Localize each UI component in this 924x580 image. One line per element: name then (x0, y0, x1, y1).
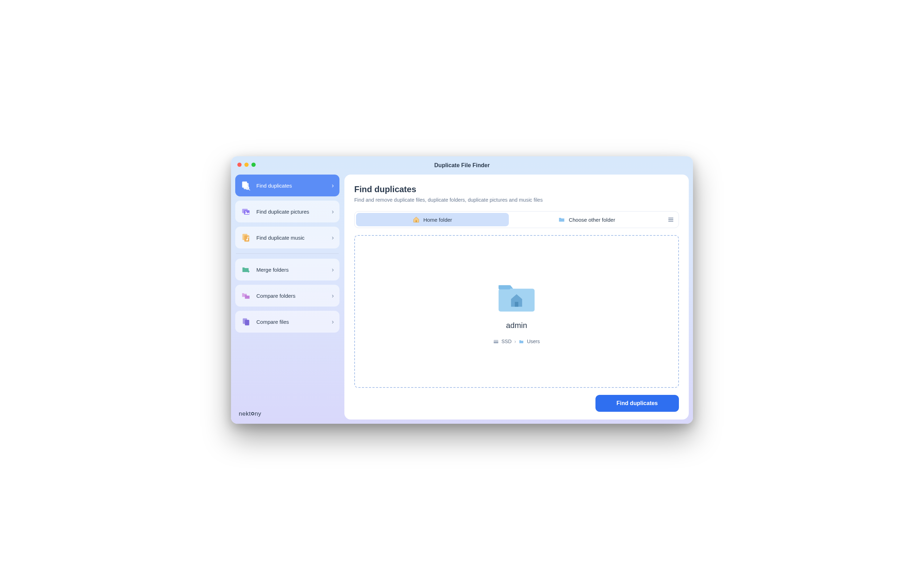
selected-folder-path: SSD › Users (493, 339, 540, 344)
path-drive: SSD (502, 339, 512, 344)
sidebar-item-compare-files[interactable]: Compare files › (235, 311, 340, 333)
selected-folder-name: admin (506, 321, 527, 330)
sidebar-item-label: Find duplicate pictures (256, 209, 327, 215)
pictures-icon (241, 206, 251, 217)
tab-label: Home folder (423, 217, 452, 223)
svg-point-9 (246, 239, 248, 241)
sidebar-divider (236, 254, 339, 254)
find-duplicates-button[interactable]: Find duplicates (596, 395, 679, 412)
home-icon (413, 216, 420, 223)
compare-folders-icon (241, 290, 251, 301)
sidebar-item-find-duplicate-music[interactable]: Find duplicate music › (235, 227, 340, 249)
sidebar-group-tools: Merge folders › Compare folders › (235, 259, 340, 333)
drive-icon (493, 339, 498, 344)
tab-label: Choose other folder (569, 217, 615, 223)
folder-small-icon (519, 339, 524, 344)
tab-home-folder[interactable]: Home folder (356, 213, 509, 226)
find-duplicates-icon (241, 180, 251, 191)
page-subtitle: Find and remove duplicate files, duplica… (354, 197, 679, 203)
svg-rect-17 (498, 285, 510, 290)
compare-files-icon (241, 316, 251, 327)
selected-folder-icon (496, 279, 537, 314)
svg-rect-18 (515, 302, 518, 307)
list-icon (668, 216, 674, 223)
chevron-right-icon: › (332, 208, 334, 215)
svg-rect-12 (416, 220, 417, 222)
svg-rect-20 (494, 342, 498, 343)
svg-line-3 (249, 189, 250, 190)
titlebar: Duplicate File Finder (231, 156, 693, 175)
svg-point-6 (245, 211, 246, 213)
sidebar-group-find: Find duplicates › Find duplicate picture… (235, 175, 340, 249)
folder-dropzone[interactable]: admin SSD › Users (354, 235, 679, 388)
page-heading: Find duplicates (354, 185, 679, 194)
svg-rect-11 (245, 320, 249, 326)
sidebar-item-find-duplicates[interactable]: Find duplicates › (235, 175, 340, 196)
brand-logo: nektny (239, 410, 261, 417)
svg-rect-8 (244, 236, 249, 242)
main-panel: Find duplicates Find and remove duplicat… (344, 175, 689, 420)
sidebar-item-label: Compare folders (256, 293, 327, 299)
app-body: Find duplicates › Find duplicate picture… (231, 175, 693, 424)
folder-list-options-button[interactable] (665, 216, 677, 223)
tab-choose-other-folder[interactable]: Choose other folder (510, 213, 663, 226)
sidebar-item-merge-folders[interactable]: Merge folders › (235, 259, 340, 280)
sidebar-item-label: Merge folders (256, 267, 327, 273)
main-footer: Find duplicates (354, 395, 679, 412)
close-window-button[interactable] (238, 163, 242, 167)
chevron-right-icon: › (332, 182, 334, 189)
sidebar-item-label: Find duplicate music (256, 235, 327, 241)
music-icon (241, 232, 251, 243)
sidebar-item-label: Compare files (256, 319, 327, 325)
minimize-window-button[interactable] (244, 163, 249, 167)
folder-icon (558, 216, 565, 223)
window-title: Duplicate File Finder (231, 162, 693, 168)
path-parent: Users (527, 339, 540, 344)
sidebar-item-compare-folders[interactable]: Compare folders › (235, 285, 340, 306)
chevron-right-icon: › (332, 266, 334, 274)
path-separator: › (515, 339, 516, 344)
sidebar-item-label: Find duplicates (256, 183, 327, 189)
window-controls (238, 163, 256, 167)
chevron-right-icon: › (332, 234, 334, 241)
sidebar: Find duplicates › Find duplicate picture… (235, 175, 340, 420)
fullscreen-window-button[interactable] (251, 163, 256, 167)
chevron-right-icon: › (332, 318, 334, 326)
sidebar-item-find-duplicate-pictures[interactable]: Find duplicate pictures › (235, 201, 340, 222)
chevron-right-icon: › (332, 292, 334, 300)
merge-folders-icon (241, 264, 251, 275)
app-window: Duplicate File Finder Find duplicates › (231, 156, 693, 424)
folder-source-tabs: Home folder Choose other folder (354, 211, 679, 228)
